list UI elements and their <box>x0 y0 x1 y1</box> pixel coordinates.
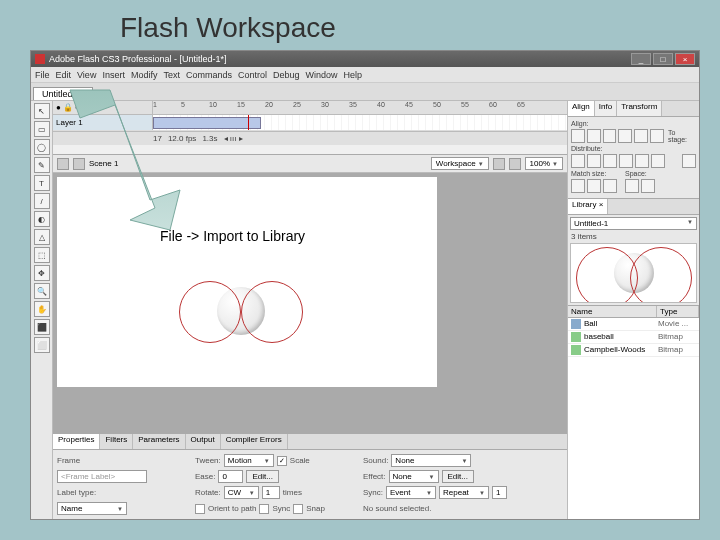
menu-debug[interactable]: Debug <box>273 70 300 80</box>
menu-text[interactable]: Text <box>163 70 180 80</box>
space-h[interactable] <box>641 179 655 193</box>
align-hcenter[interactable] <box>587 129 601 143</box>
menu-file[interactable]: File <box>35 70 50 80</box>
fill-tool[interactable]: ◐ <box>34 211 50 227</box>
sync-dropdown[interactable]: Event▼ <box>386 486 436 499</box>
poly-tool[interactable]: △ <box>34 229 50 245</box>
tab-properties[interactable]: Properties <box>53 434 100 449</box>
lasso-tool[interactable]: ⬚ <box>34 247 50 263</box>
baseball-preview <box>614 253 654 293</box>
align-vcenter[interactable] <box>634 129 648 143</box>
menu-view[interactable]: View <box>77 70 96 80</box>
dist-vcenter[interactable] <box>587 154 601 168</box>
frames-track[interactable] <box>153 115 567 130</box>
dist-hcenter[interactable] <box>635 154 649 168</box>
fill-color[interactable]: ⬜ <box>34 337 50 353</box>
close-button[interactable]: × <box>675 53 695 65</box>
align-right[interactable] <box>603 129 617 143</box>
maximize-button[interactable]: □ <box>653 53 673 65</box>
dist-left[interactable] <box>619 154 633 168</box>
rect-tool[interactable]: ▭ <box>34 121 50 137</box>
sync-checkbox[interactable] <box>259 504 269 514</box>
dist-top[interactable] <box>571 154 585 168</box>
labeltype-dropdown[interactable]: Name▼ <box>57 502 127 515</box>
elapsed-time: 1.3s <box>202 134 217 143</box>
align-bottom[interactable] <box>650 129 664 143</box>
align-top[interactable] <box>618 129 632 143</box>
to-stage-button[interactable] <box>682 154 696 168</box>
library-item[interactable]: baseball Bitmap <box>568 331 699 344</box>
line-tool[interactable]: / <box>34 193 50 209</box>
match-height[interactable] <box>587 179 601 193</box>
library-item[interactable]: Ball Movie ... <box>568 318 699 331</box>
nosound-label: No sound selected. <box>363 504 432 513</box>
selection-tool[interactable]: ↖ <box>34 103 50 119</box>
align-panel: Align: To stage: Distribute: <box>568 117 699 199</box>
sound-dropdown[interactable]: None▼ <box>391 454 471 467</box>
ease-edit-button[interactable]: Edit... <box>246 470 278 483</box>
tab-compiler-errors[interactable]: Compiler Errors <box>221 434 288 449</box>
edit-symbol-icon[interactable] <box>509 158 521 170</box>
scale-label: Scale <box>290 456 310 465</box>
frames-ruler[interactable]: 1 5 10 15 20 25 30 35 40 45 50 55 60 65 <box>153 101 567 114</box>
stroke-color[interactable]: ⬛ <box>34 319 50 335</box>
frame-label-input[interactable]: <Frame Label> <box>57 470 147 483</box>
match-width[interactable] <box>571 179 585 193</box>
tween-dropdown[interactable]: Motion▼ <box>224 454 274 467</box>
workspace-dropdown[interactable]: Workspace▼ <box>431 157 489 170</box>
library-headers: Name Type <box>568 305 699 318</box>
dist-right[interactable] <box>651 154 665 168</box>
pencil-tool[interactable]: ✎ <box>34 157 50 173</box>
menu-modify[interactable]: Modify <box>131 70 158 80</box>
dist-bottom[interactable] <box>603 154 617 168</box>
library-item[interactable]: Campbell-Woods Bitmap <box>568 344 699 357</box>
playhead[interactable] <box>248 115 249 130</box>
tools-panel: ↖ ▭ ◯ ✎ T / ◐ △ ⬚ ✥ 🔍 ✋ ⬛ ⬜ <box>31 101 53 519</box>
tab-info[interactable]: Info <box>595 101 617 116</box>
rotate-times-label: times <box>283 488 302 497</box>
window-title: Adobe Flash CS3 Professional - [Untitled… <box>49 54 227 64</box>
library-list: Ball Movie ... baseball Bitmap Campbell-… <box>568 318 699 519</box>
col-type[interactable]: Type <box>657 306 699 317</box>
menu-help[interactable]: Help <box>344 70 363 80</box>
minimize-button[interactable]: _ <box>631 53 651 65</box>
tab-filters[interactable]: Filters <box>100 434 133 449</box>
menu-control[interactable]: Control <box>238 70 267 80</box>
tab-library[interactable]: Library × <box>568 199 608 214</box>
repeat-times-input[interactable]: 1 <box>492 486 507 499</box>
hand-tool[interactable]: ✋ <box>34 301 50 317</box>
tab-parameters[interactable]: Parameters <box>133 434 185 449</box>
ease-input[interactable]: 0 <box>218 470 243 483</box>
sync-label: Sync <box>272 504 290 513</box>
effect-dropdown[interactable]: None▼ <box>389 470 439 483</box>
snap-checkbox[interactable] <box>293 504 303 514</box>
library-doc-dropdown[interactable]: Untitled-1▼ <box>570 217 697 230</box>
menu-window[interactable]: Window <box>306 70 338 80</box>
baseball-instance[interactable] <box>217 287 265 335</box>
library-preview <box>570 243 697 303</box>
edit-scene-icon[interactable] <box>493 158 505 170</box>
tab-output[interactable]: Output <box>186 434 221 449</box>
library-item-count: 3 items <box>568 232 699 241</box>
align-left[interactable] <box>571 129 585 143</box>
effect-edit-button[interactable]: Edit... <box>442 470 474 483</box>
menu-edit[interactable]: Edit <box>56 70 72 80</box>
zoom-dropdown[interactable]: 100%▼ <box>525 157 563 170</box>
text-tool[interactable]: T <box>34 175 50 191</box>
oval-tool[interactable]: ◯ <box>34 139 50 155</box>
orient-checkbox[interactable] <box>195 504 205 514</box>
menu-commands[interactable]: Commands <box>186 70 232 80</box>
rotate-times-input[interactable]: 1 <box>262 486 280 499</box>
transform-tool[interactable]: ✥ <box>34 265 50 281</box>
scale-checkbox[interactable]: ✓ <box>277 456 287 466</box>
col-name[interactable]: Name <box>568 306 657 317</box>
zoom-tool[interactable]: 🔍 <box>34 283 50 299</box>
repeat-dropdown[interactable]: Repeat▼ <box>439 486 489 499</box>
rotate-label: Rotate: <box>195 488 221 497</box>
menu-insert[interactable]: Insert <box>102 70 125 80</box>
rotate-dropdown[interactable]: CW▼ <box>224 486 259 499</box>
tab-align[interactable]: Align <box>568 101 595 116</box>
tab-transform[interactable]: Transform <box>617 101 662 116</box>
match-both[interactable] <box>603 179 617 193</box>
space-v[interactable] <box>625 179 639 193</box>
